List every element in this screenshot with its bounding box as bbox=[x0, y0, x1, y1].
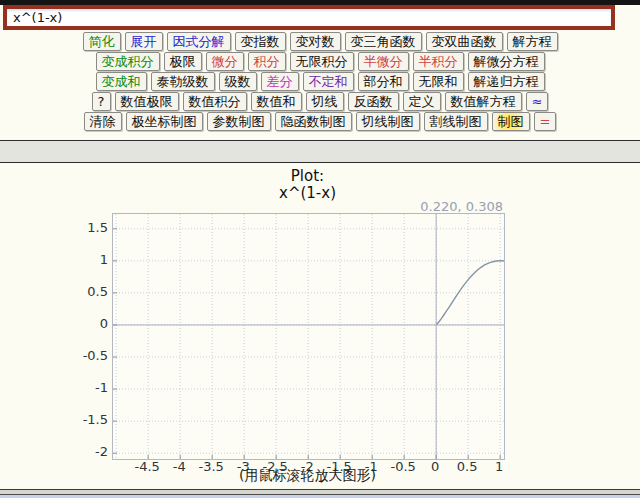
toolbar-button[interactable]: 割线制图 bbox=[424, 112, 488, 131]
toolbar-row: ?数值极限数值积分数值和切线反函数定义数值解方程≈ bbox=[0, 92, 640, 111]
toolbar-button[interactable]: 变三角函数 bbox=[345, 32, 422, 51]
toolbar-button[interactable]: 泰勒级数 bbox=[151, 72, 215, 91]
toolbar-button[interactable]: 切线制图 bbox=[356, 112, 420, 131]
expression-input[interactable] bbox=[3, 5, 615, 30]
toolbar-button[interactable]: 参数制图 bbox=[207, 112, 271, 131]
toolbar-button[interactable]: 无限积分 bbox=[290, 52, 354, 71]
toolbar-button[interactable]: 隐函数制图 bbox=[275, 112, 352, 131]
y-tick-label: -1.5 bbox=[83, 412, 108, 427]
toolbar-button[interactable]: 反函数 bbox=[348, 92, 399, 111]
toolbar-button[interactable]: 级数 bbox=[219, 72, 257, 91]
toolbar-button[interactable]: 变对数 bbox=[290, 32, 341, 51]
toolbar-button[interactable]: 差分 bbox=[261, 72, 299, 91]
function-plot-svg bbox=[113, 214, 504, 459]
y-tick-label: -1 bbox=[95, 380, 108, 395]
toolbar-button[interactable]: 解递归方程 bbox=[468, 72, 545, 91]
toolbar-button[interactable]: 解方程 bbox=[507, 32, 558, 51]
toolbar-button[interactable]: 制图 bbox=[492, 112, 530, 131]
toolbar-button[interactable]: 部分和 bbox=[358, 72, 409, 91]
toolbar-button[interactable]: 变成积分 bbox=[96, 52, 160, 71]
toolbar-button[interactable]: 极限 bbox=[164, 52, 202, 71]
toolbar-button[interactable]: 清除 bbox=[84, 112, 122, 131]
plot-caption: (用鼠标滚轮放大图形) bbox=[112, 467, 503, 485]
toolbar-button[interactable]: 数值极限 bbox=[115, 92, 179, 111]
y-tick-label: 1 bbox=[100, 252, 108, 267]
plot-canvas[interactable] bbox=[112, 213, 505, 460]
toolbar-button[interactable]: 定义 bbox=[403, 92, 441, 111]
toolbar-button[interactable]: 切线 bbox=[306, 92, 344, 111]
toolbar-button[interactable]: 解微分方程 bbox=[468, 52, 545, 71]
cursor-coordinates: 0.220, 0.308 bbox=[420, 199, 503, 214]
toolbar-button[interactable]: = bbox=[534, 112, 557, 131]
y-tick-label: 0 bbox=[100, 316, 108, 331]
y-tick-label: 0.5 bbox=[87, 284, 108, 299]
toolbar-button[interactable]: 数值和 bbox=[251, 92, 302, 111]
toolbar-button[interactable]: 积分 bbox=[248, 52, 286, 71]
toolbar-row: 变成和泰勒级数级数差分不定和部分和无限和解递归方程 bbox=[0, 72, 640, 91]
toolbar-button[interactable]: ≈ bbox=[526, 92, 549, 111]
toolbar-button[interactable]: 简化 bbox=[83, 32, 121, 51]
toolbar-button[interactable]: ? bbox=[92, 92, 111, 111]
toolbar-button[interactable]: 极坐标制图 bbox=[126, 112, 203, 131]
toolbar-button[interactable]: 变指数 bbox=[235, 32, 286, 51]
y-tick-label: 1.5 bbox=[87, 220, 108, 235]
y-tick-label: -0.5 bbox=[83, 348, 108, 363]
toolbar-row: 简化展开因式分解变指数变对数变三角函数变双曲函数解方程 bbox=[0, 32, 640, 51]
toolbar-row: 变成积分极限微分积分无限积分半微分半积分解微分方程 bbox=[0, 52, 640, 71]
toolbar-button[interactable]: 半微分 bbox=[358, 52, 409, 71]
toolbar-button[interactable]: 数值积分 bbox=[183, 92, 247, 111]
toolbar-button[interactable]: 无限和 bbox=[413, 72, 464, 91]
toolbar-button[interactable]: 变成和 bbox=[96, 72, 147, 91]
toolbar-button[interactable]: 因式分解 bbox=[167, 32, 231, 51]
plot-title: Plot: bbox=[112, 167, 503, 185]
toolbar: 简化展开因式分解变指数变对数变三角函数变双曲函数解方程变成积分极限微分积分无限积… bbox=[0, 32, 640, 132]
toolbar-button[interactable]: 半积分 bbox=[413, 52, 464, 71]
toolbar-button[interactable]: 变双曲函数 bbox=[426, 32, 503, 51]
frame-divider bbox=[0, 140, 640, 163]
toolbar-button[interactable]: 展开 bbox=[125, 32, 163, 51]
app-window: 简化展开因式分解变指数变对数变三角函数变双曲函数解方程变成积分极限微分积分无限积… bbox=[0, 0, 640, 498]
y-tick-label: -2 bbox=[95, 444, 108, 459]
toolbar-button[interactable]: 微分 bbox=[206, 52, 244, 71]
toolbar-row: 清除极坐标制图参数制图隐函数制图切线制图割线制图制图= bbox=[0, 112, 640, 131]
toolbar-button[interactable]: 数值解方程 bbox=[445, 92, 522, 111]
toolbar-button[interactable]: 不定和 bbox=[303, 72, 354, 91]
